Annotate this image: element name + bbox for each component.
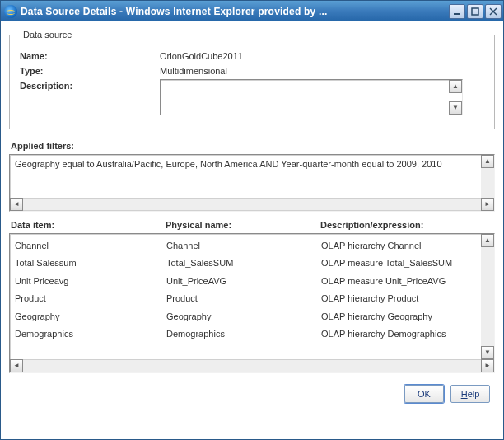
name-value: OrionGoldCube2011: [160, 49, 243, 61]
table-row: Demographics Demographics OLAP hierarchy…: [15, 325, 481, 343]
svg-rect-0: [454, 13, 460, 15]
scroll-down-icon[interactable]: ▼: [481, 346, 494, 359]
applied-filters-panel: Geography equal to Australia/Pacific, Eu…: [9, 154, 495, 212]
applied-filters-label: Applied filters:: [11, 141, 493, 151]
items-header: Data item: Physical name: Description/ex…: [11, 220, 493, 230]
titlebar[interactable]: Data Source Details - Windows Internet E…: [1, 1, 503, 21]
cell-physical-name: Demographics: [166, 325, 321, 343]
table-row: Total Salessum Total_SalesSUM OLAP measu…: [15, 255, 481, 272]
cell-physical-name: Geography: [166, 308, 321, 325]
header-description: Description/expression:: [320, 220, 493, 230]
type-value: Multidimensional: [160, 64, 227, 76]
description-field[interactable]: ▲ ▼: [160, 79, 463, 115]
scroll-right-icon[interactable]: ►: [481, 198, 494, 211]
svg-rect-1: [472, 8, 478, 15]
scroll-down-icon[interactable]: ▼: [449, 101, 462, 115]
cell-description: OLAP hierarchy Channel: [321, 237, 481, 255]
help-button-label: Help: [461, 389, 480, 399]
name-label: Name:: [20, 49, 160, 61]
maximize-button[interactable]: [467, 4, 483, 19]
cell-description: OLAP hierarchy Geography: [321, 308, 481, 325]
data-items-panel: Channel Channel OLAP hierarchy Channel T…: [9, 233, 495, 373]
applied-filters-text: Geography equal to Australia/Pacific, Eu…: [10, 155, 481, 198]
filters-vscrollbar[interactable]: ▲ ▼: [481, 155, 494, 198]
cell-description: OLAP measure Total_SalesSUM: [321, 255, 481, 272]
ok-button[interactable]: OK: [404, 385, 444, 403]
data-source-group: Data source Name: OrionGoldCube2011 Type…: [9, 30, 495, 129]
cell-data-item: Unit Priceavg: [15, 273, 166, 290]
title-buttons: [449, 4, 502, 19]
cell-physical-name: Unit_PriceAVG: [166, 273, 321, 290]
cell-data-item: Geography: [15, 308, 166, 325]
ie-icon: [4, 5, 17, 18]
header-physical-name: Physical name:: [166, 220, 320, 230]
items-vscrollbar[interactable]: ▲ ▼: [481, 234, 494, 359]
client-area: Data source Name: OrionGoldCube2011 Type…: [1, 21, 503, 439]
items-hscrollbar[interactable]: ◄ ►: [10, 359, 494, 372]
scroll-up-icon[interactable]: ▲: [481, 234, 494, 247]
header-data-item: Data item:: [11, 220, 166, 230]
cell-data-item: Demographics: [15, 325, 166, 343]
items-rows: Channel Channel OLAP hierarchy Channel T…: [10, 234, 481, 359]
filters-hscrollbar[interactable]: ◄ ►: [10, 198, 494, 211]
help-button[interactable]: Help: [450, 385, 490, 403]
cell-data-item: Product: [15, 290, 166, 307]
close-button[interactable]: [485, 4, 502, 19]
dialog-buttons: OK Help: [9, 378, 495, 411]
scroll-up-icon[interactable]: ▲: [481, 155, 494, 168]
table-row: Product Product OLAP hierarchy Product: [15, 290, 481, 307]
type-label: Type:: [20, 64, 160, 76]
cell-data-item: Total Salessum: [15, 255, 166, 272]
cell-description: OLAP hierarchy Product: [321, 290, 481, 307]
window-frame: Data Source Details - Windows Internet E…: [0, 0, 504, 440]
scroll-left-icon[interactable]: ◄: [10, 198, 23, 211]
scroll-up-icon[interactable]: ▲: [449, 80, 462, 93]
minimize-button[interactable]: [449, 4, 465, 19]
scroll-right-icon[interactable]: ►: [481, 359, 494, 372]
data-source-legend: Data source: [20, 30, 75, 40]
cell-physical-name: Product: [166, 290, 321, 307]
ok-button-label: OK: [418, 389, 431, 399]
cell-description: OLAP hierarchy Demographics: [321, 325, 481, 343]
cell-data-item: Channel: [15, 237, 166, 255]
cell-description: OLAP measure Unit_PriceAVG: [321, 273, 481, 290]
cell-physical-name: Channel: [166, 237, 321, 255]
table-row: Unit Priceavg Unit_PriceAVG OLAP measure…: [15, 273, 481, 290]
table-row: Channel Channel OLAP hierarchy Channel: [15, 237, 481, 255]
scroll-left-icon[interactable]: ◄: [10, 359, 23, 372]
window-title: Data Source Details - Windows Internet E…: [21, 6, 449, 17]
description-label: Description:: [20, 79, 160, 115]
cell-physical-name: Total_SalesSUM: [166, 255, 321, 272]
table-row: Geography Geography OLAP hierarchy Geogr…: [15, 308, 481, 325]
